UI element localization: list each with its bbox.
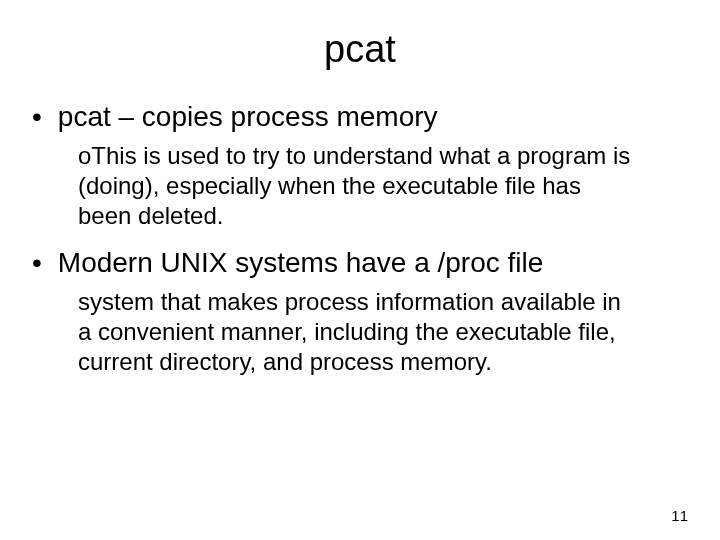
- sub-text: system that makes process information av…: [78, 287, 638, 377]
- bullet-row: • Modern UNIX systems have a /proc file: [42, 245, 678, 281]
- bullet-text: Modern UNIX systems have a /proc file: [58, 245, 544, 281]
- slide: pcat • pcat – copies process memory oThi…: [0, 0, 720, 540]
- bullet-row: • pcat – copies process memory: [42, 99, 678, 135]
- bullet-icon: •: [32, 245, 42, 281]
- sub-text: oThis is used to try to understand what …: [78, 141, 638, 231]
- bullet-text: pcat – copies process memory: [58, 99, 438, 135]
- list-item: • Modern UNIX systems have a /proc file …: [42, 245, 678, 377]
- bullet-icon: •: [32, 99, 42, 135]
- slide-title: pcat: [42, 28, 678, 71]
- page-number: 11: [671, 507, 688, 524]
- list-item: • pcat – copies process memory oThis is …: [42, 99, 678, 231]
- bullet-list: • pcat – copies process memory oThis is …: [42, 99, 678, 377]
